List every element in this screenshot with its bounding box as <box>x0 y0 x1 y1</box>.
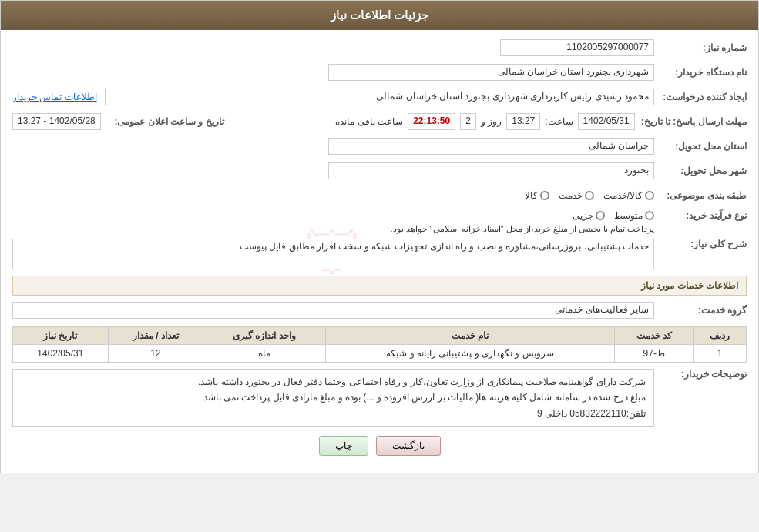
deadline-time-label: ساعت: <box>545 116 573 127</box>
col-qty: تعداد / مقدار <box>108 327 203 345</box>
announce-label: تاریخ و ساعت اعلان عمومی: <box>101 116 224 127</box>
category-option-service[interactable]: خدمت <box>559 190 594 201</box>
category-radio-goods <box>540 191 549 200</box>
cell-qty: 12 <box>108 345 203 363</box>
city-label: شهر محل تحویل: <box>654 166 747 176</box>
creator-value: محمود رشیدی رئیس کاربرداری شهرداری بجنور… <box>105 89 654 105</box>
city-value: بجنورد <box>328 162 655 179</box>
print-button[interactable]: چاپ <box>319 436 368 456</box>
cell-date: 1402/05/31 <box>13 345 109 363</box>
process-option-medium[interactable]: متوسط <box>614 210 654 221</box>
process-option-small[interactable]: جزیی <box>573 210 605 221</box>
deadline-days: 2 <box>460 113 476 130</box>
deadline-day-label: روز و <box>481 116 502 127</box>
buyer-org-label: نام دستگاه خریدار: <box>654 67 747 78</box>
deadline-label: مهلت ارسال پاسخ: تا تاریخ: <box>635 116 747 127</box>
col-row: ردیف <box>694 327 747 345</box>
deadline-remaining-label: ساعت باقی مانده <box>335 116 403 127</box>
footer-buttons: بازگشت چاپ <box>12 436 747 456</box>
buyer-notes: شرکت دارای گواهینامه صلاحیت پیمانکاری از… <box>12 369 654 427</box>
cell-row: 1 <box>694 345 747 363</box>
col-code: کد خدمت <box>615 327 694 345</box>
page-header: جزئیات اطلاعات نیاز <box>1 1 758 30</box>
deadline-date: 1402/05/31 <box>578 113 635 130</box>
process-type-label: نوع فرآیند خرید: <box>654 210 747 221</box>
process-type-group: متوسط جزیی <box>12 210 654 221</box>
process-radio-medium <box>645 211 654 220</box>
service-info-title: اطلاعات خدمات مورد نیاز <box>12 276 747 296</box>
category-option-goods[interactable]: کالا <box>525 190 549 201</box>
header-title: جزئیات اطلاعات نیاز <box>331 8 428 22</box>
cell-name: سرویس و نگهداری و پشتیبانی رایانه و شبکه <box>325 345 615 363</box>
announce-value: 1402/05/28 - 13:27 <box>12 113 101 130</box>
table-row: 1 ط-97 سرویس و نگهداری و پشتیبانی رایانه… <box>13 345 747 363</box>
province-label: استان محل تحویل: <box>654 141 747 152</box>
process-radio-small <box>596 211 605 220</box>
need-desc-value: خدمات پشتیبانی، بروزرسانی،مشاوره و نصب و… <box>12 239 654 269</box>
need-number-value: 1102005297000077 <box>500 39 654 56</box>
need-desc-label: شرح کلی نیاز: <box>654 239 747 249</box>
need-number-label: شماره نیاز: <box>654 42 747 53</box>
col-name: نام خدمت <box>325 327 615 345</box>
buyer-notes-text: شرکت دارای گواهینامه صلاحیت پیمانکاری از… <box>198 376 646 419</box>
category-option-goods-service[interactable]: کالا/خدمت <box>603 190 654 201</box>
buyer-notes-label: توضیحات خریدار: <box>654 369 747 380</box>
back-button[interactable]: بازگشت <box>376 436 441 456</box>
contact-link[interactable]: اطلاعات تماس خریدار <box>12 92 97 102</box>
province-value: خراسان شمالی <box>328 138 655 155</box>
category-label: طبقه بندی موضوعی: <box>654 190 747 201</box>
col-date: تاریخ نیاز <box>13 327 109 345</box>
col-unit: واحد اندازه گیری <box>203 327 325 345</box>
deadline-time: 13:27 <box>506 113 540 130</box>
category-radio-service <box>585 191 594 200</box>
category-group: کالا/خدمت خدمت کالا <box>525 190 654 201</box>
cell-unit: ماه <box>203 345 325 363</box>
process-note: پرداخت تمام یا بخشی از مبلغ خرید،از محل … <box>12 224 654 234</box>
buyer-org-value: شهرداری بجنورد استان خراسان شمالی <box>328 64 655 81</box>
service-group-value: سایر فعالیت‌های خدماتی <box>12 302 654 319</box>
creator-label: ایجاد کننده درخواست: <box>654 92 747 102</box>
cell-code: ط-97 <box>615 345 694 363</box>
service-group-label: گروه خدمت: <box>654 305 747 316</box>
deadline-remaining: 22:13:50 <box>408 113 455 130</box>
services-table: ردیف کد خدمت نام خدمت واحد اندازه گیری ت… <box>12 326 747 363</box>
category-radio-goods-service <box>645 191 654 200</box>
